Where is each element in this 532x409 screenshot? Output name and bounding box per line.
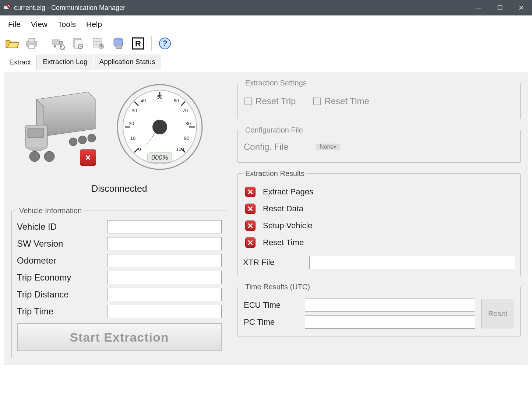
svg-text:20: 20 (129, 121, 134, 126)
truck-image (14, 85, 99, 169)
reset-time-checkbox[interactable]: Reset Time (313, 96, 369, 106)
trip-economy-label: Trip Economy (17, 272, 103, 283)
svg-text:?: ? (162, 39, 167, 48)
svg-rect-8 (59, 41, 63, 45)
config-file-dropdown[interactable]: None ▾ (316, 144, 340, 150)
ecu-time-label: ECU Time (244, 300, 299, 310)
svg-point-31 (78, 136, 87, 144)
svg-text:0: 0 (138, 147, 141, 152)
time-results-legend: Time Results (UTC) (243, 283, 312, 291)
maximize-button[interactable] (489, 0, 511, 15)
result-label: Extract Pages (263, 187, 313, 197)
vehicle-id-field[interactable] (107, 220, 222, 233)
extraction-settings-group: Extraction Settings Reset Trip Reset Tim… (237, 79, 521, 119)
odometer-label: Odometer (17, 255, 103, 266)
checkbox-icon (313, 98, 321, 105)
reset-trip-checkbox[interactable]: Reset Trip (244, 96, 296, 106)
config-file-value: None (320, 144, 334, 150)
tab-application-status[interactable]: Application Status (94, 54, 161, 70)
minimize-button[interactable] (468, 0, 489, 15)
svg-rect-21 (116, 45, 122, 49)
tab-extraction-log[interactable]: Extraction Log (37, 54, 93, 70)
truck-connect-icon[interactable] (50, 35, 67, 52)
title-bar: current.elg - Communication Manager (0, 0, 532, 15)
svg-text:80: 80 (186, 121, 191, 126)
vehicle-information-group: Vehicle Information Vehicle ID SW Versio… (11, 207, 227, 358)
menu-help[interactable]: Help (86, 20, 102, 29)
pc-time-label: PC Time (244, 317, 299, 327)
database-truck-icon[interactable] (109, 35, 127, 52)
svg-rect-2 (476, 8, 481, 8)
svg-text:90: 90 (184, 135, 189, 141)
svg-rect-7 (53, 40, 59, 45)
configuration-file-legend: Configuration File (243, 126, 305, 134)
svg-text:40: 40 (141, 98, 146, 103)
menu-bar: File View Tools Help (0, 15, 532, 33)
result-item: Extract Pages (245, 187, 513, 197)
vehicle-information-legend: Vehicle Information (17, 207, 84, 215)
svg-rect-5 (29, 38, 35, 42)
r-box-icon[interactable]: R (129, 35, 147, 52)
print-icon[interactable] (23, 35, 40, 52)
chevron-down-icon: ▾ (334, 144, 336, 150)
error-icon (245, 237, 256, 248)
time-reset-button[interactable]: Reset (481, 299, 514, 328)
extraction-results-group: Extraction Results Extract Pages Reset D… (237, 169, 521, 276)
svg-text:50: 50 (157, 94, 162, 100)
svg-point-28 (29, 151, 40, 162)
connection-status: Disconnected (11, 183, 228, 194)
result-item: Reset Data (245, 204, 513, 214)
time-results-group: Time Results (UTC) ECU Time Reset PC Tim… (237, 283, 521, 336)
tab-extract[interactable]: Extract (4, 55, 36, 70)
close-button[interactable] (511, 0, 532, 15)
svg-point-30 (69, 138, 77, 146)
pc-time-field[interactable] (305, 315, 475, 329)
odometer-field[interactable] (107, 254, 222, 267)
svg-rect-27 (28, 128, 44, 138)
settings-grid-icon[interactable] (89, 35, 107, 52)
svg-text:10: 10 (130, 135, 135, 141)
menu-view[interactable]: View (31, 20, 47, 29)
vehicle-id-label: Vehicle ID (17, 222, 103, 232)
ecu-time-field[interactable] (305, 299, 475, 312)
menu-tools[interactable]: Tools (58, 20, 76, 29)
tab-strip: Extract Extraction Log Application Statu… (0, 54, 532, 70)
toolbar: R ? (0, 33, 532, 54)
result-item: Reset Time (245, 237, 513, 248)
open-file-icon[interactable] (3, 35, 21, 52)
sw-version-field[interactable] (107, 237, 222, 250)
svg-rect-3 (498, 6, 502, 10)
help-icon[interactable]: ? (156, 35, 174, 52)
result-item: Setup Vehicle (245, 221, 513, 231)
result-label: Setup Vehicle (263, 221, 313, 230)
reset-time-label: Reset Time (324, 96, 369, 106)
app-icon (3, 4, 11, 12)
configuration-file-group: Configuration File Config. File None ▾ (237, 126, 521, 163)
xtr-file-field[interactable] (309, 256, 515, 269)
error-icon (245, 187, 256, 197)
svg-text:60: 60 (174, 98, 179, 103)
svg-text:100: 100 (176, 147, 184, 152)
view-data-icon[interactable] (70, 35, 87, 52)
xtr-file-label: XTR File (243, 258, 302, 267)
svg-rect-6 (29, 45, 35, 49)
start-extraction-button[interactable]: Start Extraction (17, 323, 222, 351)
svg-point-9 (54, 45, 56, 47)
error-icon (245, 221, 256, 231)
trip-time-field[interactable] (107, 305, 222, 318)
gauge-readout: 000% (151, 154, 168, 161)
extraction-settings-legend: Extraction Settings (243, 79, 309, 87)
svg-point-16 (80, 46, 81, 47)
config-file-label: Config. File (244, 142, 310, 152)
trip-distance-field[interactable] (107, 288, 222, 301)
trip-economy-field[interactable] (107, 271, 222, 284)
window-title: current.elg - Communication Manager (14, 4, 125, 12)
svg-point-1 (7, 4, 10, 8)
svg-text:70: 70 (183, 108, 188, 113)
reset-trip-label: Reset Trip (256, 96, 296, 106)
menu-file[interactable]: File (8, 20, 21, 29)
trip-time-label: Trip Time (17, 306, 103, 317)
extraction-results-legend: Extraction Results (243, 169, 307, 178)
gauge-image: 010 2030 4050 6070 8090 100 000% (114, 81, 206, 173)
extract-panel: 010 2030 4050 6070 8090 100 000% Disconn… (4, 72, 528, 365)
